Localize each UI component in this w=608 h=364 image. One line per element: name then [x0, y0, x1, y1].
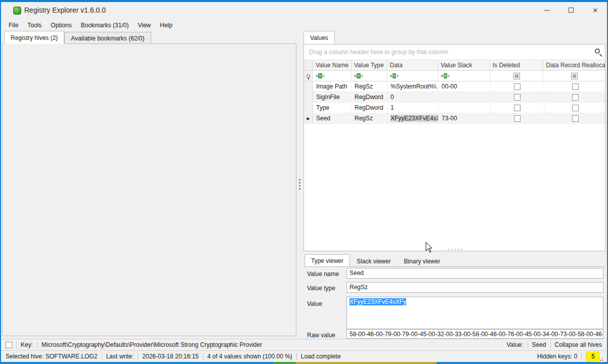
panel-splitter-icon[interactable]: [299, 179, 300, 180]
data-cell[interactable]: %SystemRoot%\...: [387, 81, 439, 92]
is-deleted-cell[interactable]: [491, 103, 544, 113]
tab-values[interactable]: Values: [303, 31, 335, 44]
menu-bookmarks[interactable]: Bookmarks (31/0): [76, 20, 134, 30]
load-status: Load complete: [301, 353, 341, 360]
data-cell[interactable]: 0: [387, 92, 439, 102]
menu-tools[interactable]: Tools: [23, 20, 46, 30]
menu-help[interactable]: Help: [155, 20, 177, 30]
checkbox-unchecked-icon[interactable]: [572, 105, 579, 111]
value-name-cell[interactable]: Seed: [313, 113, 352, 123]
value-rows: Image PathRegSz%SystemRoot%\...00-00SigI…: [304, 81, 605, 124]
value-row[interactable]: ▶SeedRegSzXFyyE23XFvE4sXFy73-00: [304, 113, 605, 124]
raw-value-label: Raw value: [307, 332, 335, 339]
checkbox-unchecked-icon[interactable]: [514, 83, 520, 90]
value-type-cell[interactable]: RegDword: [352, 103, 387, 113]
column-header-data-record[interactable]: Data Record Realloca...: [543, 60, 605, 70]
menu-file[interactable]: File: [4, 20, 23, 30]
filter-value-name-input[interactable]: abc: [313, 71, 352, 81]
value-slack-cell[interactable]: 00-00: [439, 81, 491, 92]
value-bar-name: Seed: [532, 341, 546, 348]
resize-grip-icon[interactable]: [602, 358, 603, 359]
menu-bar: File Tools Options Bookmarks (31/0) View…: [1, 19, 607, 31]
value-name-cell[interactable]: Type: [313, 103, 352, 113]
status-bar: Selected hive: SOFTWARE.LOG2 Last write:…: [1, 350, 607, 362]
last-write-timestamp: 2026-03-18 20:16:15: [142, 353, 198, 360]
separator: [528, 341, 528, 349]
key-label: Key:: [21, 341, 33, 348]
value-type-cell[interactable]: RegSz: [352, 113, 387, 123]
filter-row-gutter: [304, 71, 313, 81]
column-header-value-name[interactable]: Value Name: [313, 60, 352, 70]
checkbox-unchecked-icon[interactable]: [514, 94, 520, 101]
row-gutter: ▶: [304, 113, 313, 123]
separator: [102, 353, 102, 360]
value-slack-cell[interactable]: 73-00: [439, 113, 491, 123]
filter-data-record-checkbox[interactable]: [543, 71, 605, 81]
tab-type-viewer[interactable]: Type viewer: [305, 254, 350, 267]
value-row[interactable]: TypeRegDword1: [304, 103, 605, 113]
values-filter-row: abc abc abc abc: [304, 71, 605, 81]
values-grid: Drag a column header here to group by th…: [303, 44, 605, 251]
column-header-value-slack[interactable]: Value Slack: [438, 60, 490, 70]
data-record-cell[interactable]: [544, 103, 606, 113]
menu-view[interactable]: View: [133, 20, 155, 30]
group-by-bar[interactable]: Drag a column header here to group by th…: [304, 44, 605, 60]
value-row[interactable]: Image PathRegSz%SystemRoot%\...00-00: [304, 81, 605, 92]
tab-binary-viewer[interactable]: Binary viewer: [397, 255, 447, 267]
value-type-cell[interactable]: RegSz: [352, 81, 387, 92]
value-field[interactable]: XFyyE23XFvE4sXFy: [346, 297, 603, 329]
selected-value-text: XFyyE23XFvE4sXFy: [350, 298, 406, 305]
status-badge[interactable]: 5: [586, 351, 600, 361]
column-header-value-type[interactable]: Value Type: [352, 60, 387, 70]
row-gutter: [304, 103, 313, 113]
filter-value-slack-input[interactable]: abc: [438, 71, 490, 81]
data-record-cell[interactable]: [544, 92, 606, 102]
tab-slack-viewer[interactable]: Slack viewer: [350, 255, 397, 267]
checkbox-unchecked-icon[interactable]: [514, 105, 520, 111]
collapse-all-hives-button[interactable]: Collapse all hives: [555, 341, 602, 348]
abc-filter-icon: abc: [441, 73, 450, 78]
is-deleted-cell[interactable]: [491, 81, 544, 92]
is-deleted-cell[interactable]: [491, 92, 544, 102]
data-record-cell[interactable]: [544, 81, 606, 92]
app-icon: [13, 7, 21, 15]
data-record-cell[interactable]: [544, 113, 606, 123]
value-name-cell[interactable]: SigInFile: [313, 92, 352, 102]
key-bar: Key: Microsoft\Cryptography\Defaults\Pro…: [1, 339, 607, 350]
filter-value-type-input[interactable]: abc: [352, 71, 387, 81]
tab-available-bookmarks[interactable]: Available bookmarks (62/0): [64, 32, 151, 44]
group-by-hint: Drag a column header here to group by th…: [309, 49, 448, 56]
minimize-button[interactable]: [535, 2, 558, 18]
close-button[interactable]: ✕: [584, 2, 607, 18]
checkbox-unchecked-icon[interactable]: [514, 115, 520, 122]
abc-filter-icon: abc: [316, 73, 325, 78]
checkbox-indeterminate-icon: [513, 73, 520, 79]
raw-value-field[interactable]: 58-00-46-00-79-00-79-00-45-00-32-00-33-0…: [346, 329, 603, 339]
data-cell[interactable]: XFyyE23XFvE4sXFy: [387, 113, 439, 123]
maximize-button[interactable]: [559, 2, 583, 18]
filter-is-deleted-checkbox[interactable]: [490, 71, 544, 81]
value-slack-cell[interactable]: [439, 92, 491, 102]
menu-options[interactable]: Options: [46, 20, 76, 30]
is-deleted-cell[interactable]: [491, 113, 544, 123]
search-icon[interactable]: [595, 49, 600, 54]
left-tab-bar: Registry hives (2) Available bookmarks (…: [4, 31, 151, 44]
taskbar-edge: [273, 362, 296, 364]
value-type-cell[interactable]: RegDword: [352, 92, 387, 102]
value-name-field[interactable]: Seed: [346, 268, 603, 279]
key-checkbox[interactable]: [6, 342, 12, 348]
value-name-cell[interactable]: Image Path: [313, 81, 352, 92]
checkbox-unchecked-icon[interactable]: [572, 94, 579, 101]
data-cell[interactable]: 1: [387, 103, 439, 113]
column-header-is-deleted[interactable]: Is Deleted: [490, 60, 544, 70]
value-type-field[interactable]: RegSz: [346, 282, 603, 293]
value-slack-cell[interactable]: [439, 103, 491, 113]
tab-registry-hives[interactable]: Registry hives (2): [4, 31, 64, 44]
viewer-splitter-icon[interactable]: ·····: [447, 245, 464, 253]
selected-data-text: XFyyE23XFvE4sXFy: [390, 115, 439, 122]
value-row[interactable]: SigInFileRegDword0: [304, 92, 605, 103]
checkbox-unchecked-icon[interactable]: [572, 83, 579, 90]
column-header-data[interactable]: Data: [387, 60, 438, 70]
filter-data-input[interactable]: abc: [387, 71, 439, 81]
checkbox-unchecked-icon[interactable]: [572, 115, 579, 122]
